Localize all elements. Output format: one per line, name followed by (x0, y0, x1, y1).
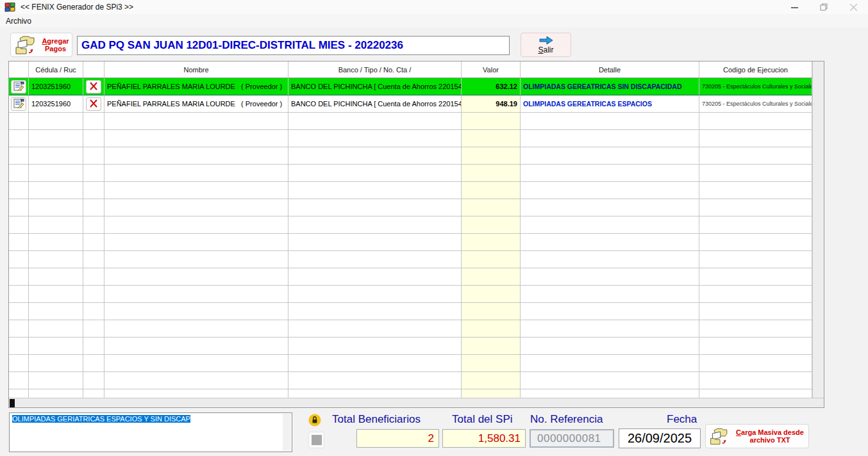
agregar-pagos-label-line1: Agregar (39, 37, 72, 45)
row-button-cell (9, 251, 29, 268)
cedula-cell (29, 113, 83, 130)
window-title: << FENIX Generador de SPi3 >> (21, 3, 133, 12)
col-header-banco: Banco / Tipo / No. Cta / (288, 61, 462, 78)
codigo-cell: 730205 - Espectáculos Culturales y Socia… (699, 78, 812, 95)
detalle-textarea[interactable]: OLIMPIADAS GERIATRICAS ESPACIOS Y SIN DI… (9, 412, 292, 452)
fecha-label: Fecha (667, 413, 697, 426)
cedula-cell (29, 286, 83, 303)
edit-row-button[interactable] (11, 97, 26, 111)
grid-horizontal-scrollbar[interactable] (9, 398, 824, 408)
banco-cell (288, 251, 462, 268)
banco-cell (288, 182, 462, 199)
edit-row-button[interactable] (11, 80, 26, 94)
gray-swatch-icon (312, 435, 322, 445)
grid-vertical-scrollbar[interactable] (812, 61, 824, 398)
valor-cell (462, 113, 521, 130)
codigo-cell (699, 113, 812, 130)
table-row[interactable]: 1203251960PEÑAFIEL PARRALES MARIA LOURDE… (9, 95, 812, 113)
edit-row-icon (13, 81, 24, 92)
table-row[interactable] (9, 338, 812, 355)
row-button-cell (9, 286, 29, 303)
table-row[interactable] (9, 268, 812, 286)
table-row[interactable] (9, 165, 812, 182)
minimize-button[interactable] (780, 0, 809, 14)
valor-cell: 948.19 (462, 95, 521, 113)
add-payments-folder-icon (13, 35, 39, 55)
salir-button[interactable]: Salir (521, 33, 571, 57)
cedula-cell (29, 234, 83, 251)
table-row[interactable] (9, 303, 812, 320)
lock-icon (308, 414, 321, 427)
agregar-pagos-button[interactable]: Agregar Pagos (10, 33, 72, 57)
delete-cell (83, 147, 104, 165)
nombre-cell (104, 165, 288, 182)
valor-cell (462, 147, 521, 165)
table-row[interactable] (9, 113, 812, 130)
table-row[interactable] (9, 147, 812, 165)
delete-cell (83, 199, 104, 216)
grid-horizontal-scrollbar-thumb[interactable] (10, 399, 15, 407)
delete-cell (83, 372, 104, 389)
codigo-cell (699, 286, 812, 303)
nombre-cell: PEÑAFIEL PARRALES MARIA LOURDE ( Proveed… (104, 78, 288, 95)
table-row[interactable]: 1203251960PEÑAFIEL PARRALES MARIA LOURDE… (9, 78, 812, 95)
cedula-cell (29, 165, 83, 182)
table-row[interactable] (9, 251, 812, 268)
table-row[interactable] (9, 234, 812, 251)
cedula-cell (29, 355, 83, 372)
row-button-cell (9, 355, 29, 372)
banco-cell: BANCO DEL PICHINCHA [ Cuenta de Ahorros … (288, 95, 462, 113)
nombre-cell (104, 268, 288, 286)
table-row[interactable] (9, 320, 812, 338)
gray-swatch-button[interactable] (308, 432, 324, 448)
codigo-cell (699, 130, 812, 147)
table-row[interactable] (9, 130, 812, 147)
fecha-input[interactable]: 26/09/2025 (619, 428, 701, 448)
cedula-cell: 1203251960 (29, 95, 83, 113)
detalle-cell (521, 303, 699, 320)
table-row[interactable] (9, 182, 812, 199)
delete-cell (83, 165, 104, 182)
row-button-cell (9, 320, 29, 338)
table-row[interactable] (9, 355, 812, 372)
row-button-cell (9, 234, 29, 251)
codigo-cell (699, 165, 812, 182)
nombre-cell: PEÑAFIEL PARRALES MARIA LOURDE ( Proveed… (104, 95, 288, 113)
bulk-load-folder-icon (708, 427, 731, 446)
col-header-delete (83, 61, 104, 78)
nombre-cell (104, 372, 288, 389)
detalle-cell (521, 251, 699, 268)
menu-archivo[interactable]: Archivo (0, 15, 37, 27)
carga-masiva-button[interactable]: Carga Masiva desde archivo TXT (705, 424, 809, 448)
valor-cell (462, 268, 521, 286)
col-header-cedula: Cédula / Ruc (29, 61, 83, 78)
delete-row-button[interactable] (86, 97, 101, 111)
titlebar: << FENIX Generador de SPi3 >> (0, 0, 868, 14)
table-row[interactable] (9, 216, 812, 234)
table-row[interactable] (9, 199, 812, 216)
banco-cell (288, 355, 462, 372)
valor-cell (462, 234, 521, 251)
restore-button[interactable] (809, 0, 839, 14)
delete-cell (83, 113, 104, 130)
banco-cell (288, 372, 462, 389)
banco-cell (288, 165, 462, 182)
detalle-textarea-scrollbar[interactable] (283, 414, 291, 451)
valor-cell: 632.12 (462, 78, 521, 95)
codigo-cell (699, 251, 812, 268)
row-button-cell (9, 130, 29, 147)
nombre-cell (104, 216, 288, 234)
exit-arrow-icon (539, 36, 553, 45)
cedula-cell (29, 130, 83, 147)
table-row[interactable] (9, 372, 812, 389)
carga-masiva-label-line2: archivo TXT (731, 436, 808, 444)
no-referencia-label: No. Referencia (530, 413, 603, 426)
spi-title-input[interactable] (77, 36, 510, 55)
total-spi-label: Total del SPi (452, 413, 513, 426)
close-button[interactable] (839, 0, 868, 14)
delete-row-button[interactable] (86, 80, 101, 94)
detalle-cell (521, 130, 699, 147)
close-icon (850, 4, 857, 11)
banco-cell (288, 234, 462, 251)
table-row[interactable] (9, 286, 812, 303)
